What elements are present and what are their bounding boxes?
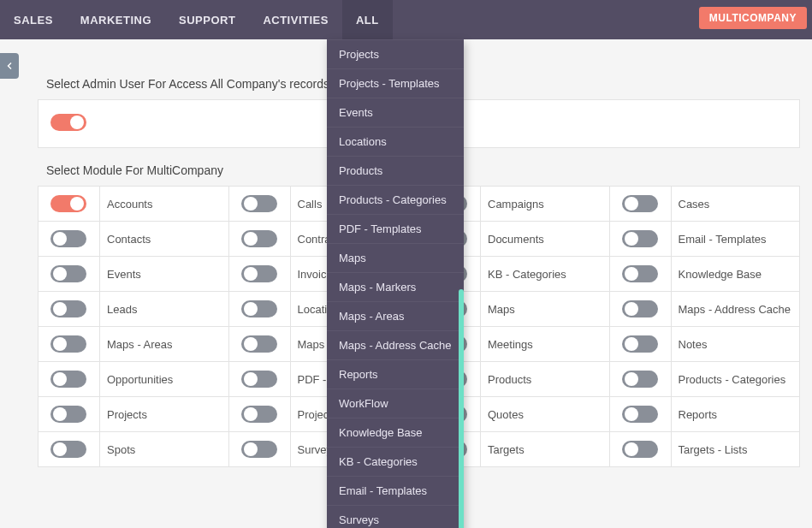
module-toggle[interactable] bbox=[241, 441, 277, 458]
module-toggle-cell bbox=[229, 222, 291, 256]
module-toggle-cell bbox=[229, 397, 291, 431]
module-label: Notes bbox=[672, 327, 800, 361]
module-label: Cases bbox=[672, 187, 800, 221]
module-toggle-cell bbox=[39, 397, 100, 431]
module-label: Documents bbox=[481, 222, 610, 256]
dropdown-item[interactable]: Surveys bbox=[327, 505, 464, 528]
module-toggle[interactable] bbox=[50, 230, 86, 247]
module-toggle[interactable] bbox=[241, 371, 277, 388]
dropdown-item[interactable]: Locations bbox=[327, 127, 464, 156]
module-toggle[interactable] bbox=[622, 265, 658, 282]
module-toggle-cell bbox=[229, 292, 291, 326]
module-toggle-cell bbox=[229, 187, 291, 221]
module-toggle[interactable] bbox=[622, 195, 658, 212]
module-toggle-cell bbox=[610, 432, 672, 466]
dropdown-item[interactable]: KB - Categories bbox=[327, 447, 464, 476]
module-toggle[interactable] bbox=[622, 300, 658, 317]
module-label: Maps bbox=[481, 292, 610, 326]
dropdown-item[interactable]: Projects bbox=[327, 39, 464, 68]
module-toggle-cell bbox=[229, 432, 291, 466]
module-toggle[interactable] bbox=[50, 371, 86, 388]
module-toggle[interactable] bbox=[241, 335, 277, 353]
nav-support[interactable]: SUPPORT bbox=[165, 0, 249, 39]
dropdown-item[interactable]: Maps - Markers bbox=[327, 272, 464, 301]
dropdown-item[interactable]: Knowledge Base bbox=[327, 418, 464, 447]
module-label: Projects bbox=[100, 397, 229, 431]
module-label: Targets bbox=[481, 432, 610, 466]
module-toggle-cell bbox=[39, 362, 100, 396]
nav-all[interactable]: ALL bbox=[342, 0, 393, 39]
module-label: Maps - Address Cache bbox=[672, 292, 800, 326]
nav-activities[interactable]: ACTIVITIES bbox=[249, 0, 342, 39]
module-toggle[interactable] bbox=[50, 265, 86, 282]
module-toggle[interactable] bbox=[50, 195, 86, 212]
module-toggle[interactable] bbox=[241, 300, 277, 317]
module-label: Accounts bbox=[100, 187, 229, 221]
module-toggle-cell bbox=[610, 187, 672, 221]
dropdown-item[interactable]: Reports bbox=[327, 359, 464, 389]
module-label: Targets - Lists bbox=[672, 432, 800, 466]
admin-user-toggle[interactable] bbox=[50, 114, 86, 131]
module-label: Contacts bbox=[100, 222, 229, 256]
module-toggle-cell bbox=[229, 362, 291, 396]
module-label: Email - Templates bbox=[672, 222, 800, 256]
nav-marketing[interactable]: MARKETING bbox=[67, 0, 165, 39]
module-toggle[interactable] bbox=[50, 406, 86, 423]
module-label: Maps - Areas bbox=[100, 327, 229, 361]
module-toggle-cell bbox=[39, 187, 100, 221]
dropdown-item[interactable]: Products - Categories bbox=[327, 185, 464, 214]
dropdown-item[interactable]: Maps - Areas bbox=[327, 301, 464, 330]
dropdown-item[interactable]: Products bbox=[327, 156, 464, 185]
module-label: Reports bbox=[672, 397, 800, 431]
module-toggle-cell bbox=[39, 327, 100, 361]
module-toggle-cell bbox=[610, 292, 672, 326]
dropdown-item[interactable]: WorkFlow bbox=[327, 389, 464, 418]
module-toggle-cell bbox=[39, 222, 100, 256]
module-toggle-cell bbox=[229, 257, 291, 291]
module-toggle-cell bbox=[39, 292, 100, 326]
module-toggle-cell bbox=[610, 397, 672, 431]
module-label: Campaigns bbox=[481, 187, 610, 221]
module-toggle-cell bbox=[229, 327, 291, 361]
collapse-sidebar-button[interactable] bbox=[0, 53, 19, 79]
module-toggle-cell bbox=[610, 327, 672, 361]
module-toggle[interactable] bbox=[50, 441, 86, 458]
multicompany-badge[interactable]: MULTICOMPANY bbox=[699, 7, 807, 29]
module-label: Knowledge Base bbox=[672, 257, 800, 291]
nav-sales[interactable]: SALES bbox=[0, 0, 67, 39]
module-label: Products bbox=[481, 362, 610, 396]
chevron-left-icon bbox=[4, 61, 15, 71]
module-toggle[interactable] bbox=[241, 195, 277, 212]
module-toggle-cell bbox=[610, 362, 672, 396]
module-label: KB - Categories bbox=[481, 257, 610, 291]
module-toggle[interactable] bbox=[241, 230, 277, 247]
all-menu-dropdown: ProjectsProjects - TemplatesEventsLocati… bbox=[327, 39, 464, 528]
module-toggle[interactable] bbox=[622, 406, 658, 423]
module-toggle[interactable] bbox=[50, 335, 86, 353]
dropdown-scrollbar[interactable] bbox=[459, 289, 464, 528]
module-toggle[interactable] bbox=[622, 441, 658, 458]
module-label: Events bbox=[100, 257, 229, 291]
module-label: Leads bbox=[100, 292, 229, 326]
dropdown-item[interactable]: Maps bbox=[327, 243, 464, 272]
module-toggle[interactable] bbox=[241, 406, 277, 423]
dropdown-item[interactable]: Events bbox=[327, 98, 464, 127]
module-label: Products - Categories bbox=[672, 362, 800, 396]
module-toggle[interactable] bbox=[622, 335, 658, 353]
module-label: Meetings bbox=[481, 327, 610, 361]
module-label: Spots bbox=[100, 432, 229, 466]
top-nav: SALES MARKETING SUPPORT ACTIVITIES ALL M… bbox=[0, 0, 812, 39]
module-toggle[interactable] bbox=[622, 371, 658, 388]
module-toggle-cell bbox=[610, 257, 672, 291]
module-label: Quotes bbox=[481, 397, 610, 431]
module-toggle-cell bbox=[39, 432, 100, 466]
module-toggle[interactable] bbox=[50, 300, 86, 317]
module-toggle[interactable] bbox=[622, 230, 658, 247]
dropdown-item[interactable]: Email - Templates bbox=[327, 476, 464, 505]
module-toggle-cell bbox=[610, 222, 672, 256]
dropdown-item[interactable]: Maps - Address Cache bbox=[327, 330, 464, 359]
dropdown-item[interactable]: Projects - Templates bbox=[327, 68, 464, 98]
dropdown-item[interactable]: PDF - Templates bbox=[327, 214, 464, 243]
module-label: Opportunities bbox=[100, 362, 229, 396]
module-toggle[interactable] bbox=[241, 265, 277, 282]
